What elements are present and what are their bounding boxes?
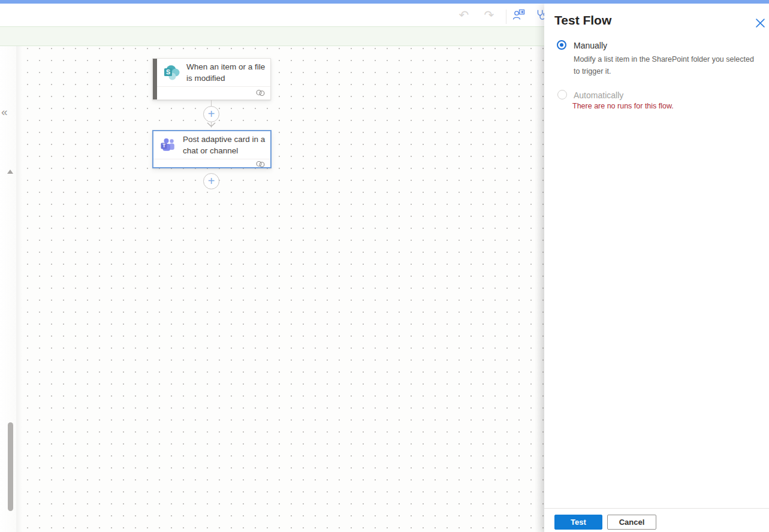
svg-text:T: T — [162, 143, 166, 149]
toolbar-divider — [506, 10, 506, 24]
flow-card-action[interactable]: T Post adaptive card in a chat or channe… — [152, 130, 272, 168]
card-title: Post adaptive card in a chat or channel — [183, 134, 266, 156]
scroll-up-icon[interactable] — [7, 170, 13, 174]
flow-canvas[interactable]: S When an item or a file is modified — [16, 46, 544, 532]
share-icon[interactable] — [510, 7, 527, 23]
arrow-down-icon — [207, 122, 216, 128]
teams-icon: T — [160, 137, 177, 153]
test-flow-panel: Test Flow Manually Modify a list item in… — [544, 4, 769, 532]
radio-manually[interactable] — [557, 40, 566, 50]
no-runs-error-text: There are no runs for this flow. — [572, 102, 674, 110]
radio-automatically[interactable] — [557, 90, 567, 99]
rail-scrollbar-thumb[interactable] — [8, 422, 13, 511]
collapse-panel-icon[interactable] — [1, 105, 13, 119]
connection-icon — [255, 88, 266, 99]
connection-icon — [255, 159, 266, 170]
close-icon[interactable] — [756, 19, 765, 28]
left-rail — [0, 46, 16, 532]
card-status-strip — [153, 59, 157, 99]
card-title: When an item or a file is modified — [186, 61, 266, 84]
radio-automatically-label: Automatically — [574, 90, 623, 100]
sharepoint-icon: S — [164, 64, 180, 81]
flow-card-trigger[interactable]: S When an item or a file is modified — [152, 58, 271, 100]
svg-text:S: S — [166, 68, 170, 75]
redo-icon[interactable] — [481, 7, 497, 23]
manually-description: Modify a list item in the SharePoint fol… — [574, 53, 759, 77]
radio-manually-label[interactable]: Manually — [574, 41, 607, 50]
panel-title: Test Flow — [554, 13, 611, 28]
cancel-button[interactable]: Cancel — [607, 515, 656, 530]
insert-step-button[interactable] — [203, 106, 219, 122]
panel-footer-divider — [544, 508, 769, 509]
top-accent-bar — [0, 0, 769, 4]
undo-icon[interactable] — [456, 7, 472, 23]
test-button[interactable]: Test — [554, 515, 602, 530]
new-step-button[interactable] — [203, 173, 219, 189]
